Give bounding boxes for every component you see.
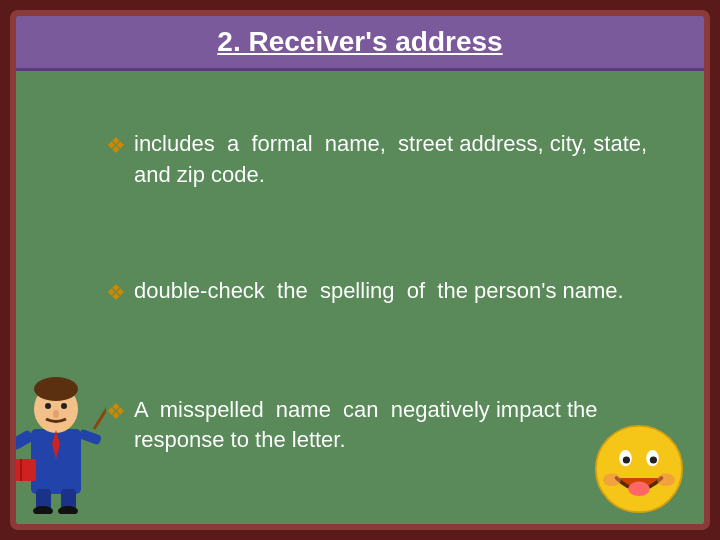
svg-point-4 <box>61 403 67 409</box>
svg-point-3 <box>45 403 51 409</box>
svg-point-19 <box>623 456 630 463</box>
title-bar: 2. Receiver's address <box>16 16 704 71</box>
svg-point-5 <box>53 410 59 418</box>
slide-title: 2. Receiver's address <box>217 26 502 57</box>
svg-rect-10 <box>78 429 102 446</box>
bullet-diamond-2: ❖ <box>106 278 126 309</box>
svg-rect-7 <box>10 429 35 450</box>
bullet-diamond-3: ❖ <box>106 397 126 428</box>
bullet-text-1: includes a formal name, street address, … <box>134 129 684 191</box>
svg-rect-9 <box>20 459 22 481</box>
svg-point-22 <box>603 474 621 487</box>
svg-point-2 <box>34 377 78 401</box>
bullet-item-2: ❖ double-check the spelling of the perso… <box>106 276 684 309</box>
outer-frame: 2. Receiver's address ❖ includes a forma… <box>10 10 710 530</box>
teacher-icon <box>10 354 106 514</box>
bullet-text-2: double-check the spelling of the person'… <box>134 276 624 307</box>
content-area: ❖ includes a formal name, street address… <box>16 71 704 524</box>
svg-rect-8 <box>10 459 36 481</box>
svg-point-20 <box>650 456 657 463</box>
smiley-figure <box>594 424 684 514</box>
bullet-diamond-1: ❖ <box>106 131 126 162</box>
smiley-icon <box>594 424 684 514</box>
teacher-figure <box>10 354 106 514</box>
svg-point-21 <box>628 482 650 496</box>
svg-point-23 <box>657 474 675 487</box>
bullet-item-1: ❖ includes a formal name, street address… <box>106 129 684 191</box>
svg-line-11 <box>94 394 106 429</box>
svg-point-16 <box>596 426 682 512</box>
